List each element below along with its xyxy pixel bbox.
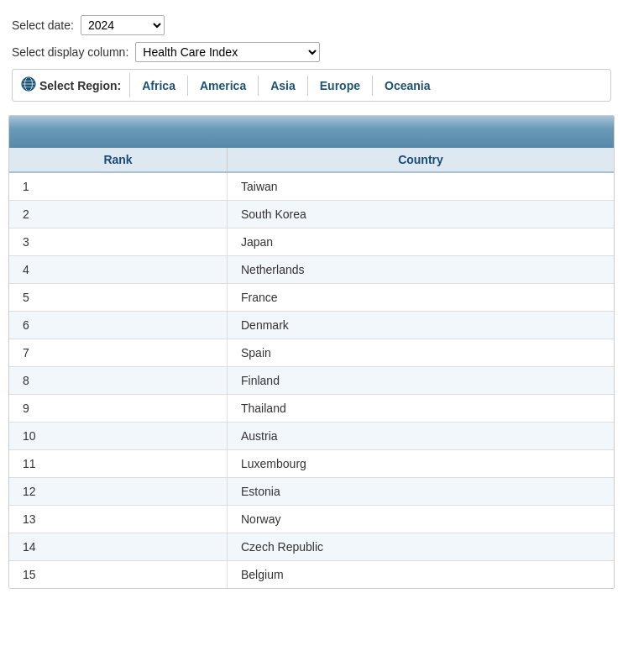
cell-rank: 2 — [9, 201, 228, 228]
table-header-gradient — [9, 116, 614, 148]
cell-rank: 1 — [9, 173, 228, 200]
cell-country: Spain — [228, 339, 614, 366]
cell-rank: 9 — [9, 395, 228, 422]
cell-country: Japan — [228, 228, 614, 255]
table-col-headers: Rank Country — [9, 148, 614, 173]
cell-country: Netherlands — [228, 256, 614, 283]
controls-panel: Select date: 20242023202220212020 Select… — [8, 8, 615, 108]
column-label: Select display column: — [12, 45, 128, 59]
region-europe-button[interactable]: Europe — [308, 76, 373, 96]
cell-rank: 8 — [9, 367, 228, 394]
table-row: 12Estonia — [9, 478, 614, 506]
cell-country: Estonia — [228, 478, 614, 505]
cell-country: Thailand — [228, 395, 614, 422]
table-row: 1Taiwan — [9, 173, 614, 201]
cell-country: Austria — [228, 423, 614, 449]
table-row: 5France — [9, 284, 614, 312]
cell-country: Luxembourg — [228, 450, 614, 477]
cell-country: Finland — [228, 367, 614, 394]
table-row: 10Austria — [9, 423, 614, 450]
cell-rank: 5 — [9, 284, 228, 311]
region-oceania-button[interactable]: Oceania — [373, 76, 442, 96]
table-body: 1Taiwan2South Korea3Japan4Netherlands5Fr… — [9, 173, 614, 588]
cell-rank: 12 — [9, 478, 228, 505]
cell-rank: 3 — [9, 228, 228, 255]
col-country-header: Country — [228, 148, 614, 171]
table-row: 8Finland — [9, 367, 614, 395]
table-row: 7Spain — [9, 339, 614, 367]
globe-icon — [21, 76, 36, 94]
date-row: Select date: 20242023202220212020 — [12, 15, 611, 35]
region-africa-button[interactable]: Africa — [130, 76, 188, 96]
col-rank-header: Rank — [9, 148, 228, 171]
cell-country: Taiwan — [228, 173, 614, 200]
table-row: 11Luxembourg — [9, 450, 614, 478]
column-row: Select display column: Health Care Index… — [12, 42, 611, 62]
table-row: 2South Korea — [9, 201, 614, 228]
table-row: 15Belgium — [9, 561, 614, 588]
cell-country: Czech Republic — [228, 533, 614, 560]
cell-rank: 11 — [9, 450, 228, 477]
region-bar-label: Select Region: — [18, 73, 130, 97]
cell-rank: 14 — [9, 533, 228, 560]
date-select[interactable]: 20242023202220212020 — [81, 15, 165, 35]
region-label-text: Select Region: — [39, 79, 121, 92]
cell-rank: 7 — [9, 339, 228, 366]
cell-country: South Korea — [228, 201, 614, 228]
table-row: 13Norway — [9, 506, 614, 533]
cell-rank: 10 — [9, 423, 228, 449]
column-select[interactable]: Health Care IndexHealth Care Exp. Index — [135, 42, 320, 62]
cell-rank: 13 — [9, 506, 228, 533]
cell-country: Belgium — [228, 561, 614, 588]
table-row: 14Czech Republic — [9, 533, 614, 561]
cell-country: France — [228, 284, 614, 311]
data-table: Rank Country 1Taiwan2South Korea3Japan4N… — [8, 115, 615, 589]
cell-country: Norway — [228, 506, 614, 533]
date-label: Select date: — [12, 18, 74, 32]
table-row: 4Netherlands — [9, 256, 614, 284]
table-row: 3Japan — [9, 228, 614, 256]
cell-rank: 4 — [9, 256, 228, 283]
region-asia-button[interactable]: Asia — [259, 76, 308, 96]
table-row: 9Thailand — [9, 395, 614, 423]
cell-rank: 15 — [9, 561, 228, 588]
cell-rank: 6 — [9, 312, 228, 339]
region-bar: Select Region: Africa America Asia Europ… — [12, 69, 611, 102]
table-row: 6Denmark — [9, 312, 614, 339]
region-america-button[interactable]: America — [188, 76, 259, 96]
cell-country: Denmark — [228, 312, 614, 339]
